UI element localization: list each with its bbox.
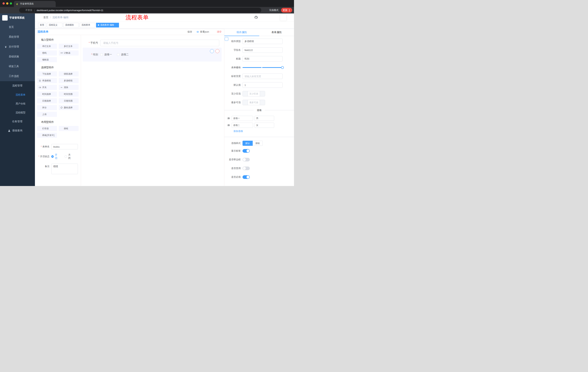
fullscreen-icon[interactable]: M4 9V4h5M15 4h5v5M20 15v5h-5M9 20H4v-5 (267, 16, 271, 19)
add-option-button[interactable]: M12 21a9 9 0 1 0 0-18 9 9 0 0 0 0 18zM12… (224, 130, 294, 133)
sidebar-item-home[interactable]: M3.5 11L12 3.5 20.5 11M6 9.5V20h12V9.5 首… (0, 22, 35, 32)
sidebar-item-leave-query[interactable]: 请假查询 (0, 126, 35, 135)
stepper-placeholder[interactable]: 至少应选 (248, 91, 260, 96)
remove-option-button[interactable]: M12 21a9 9 0 1 0 0-18 9 9 0 0 0 0 18zM8 … (277, 124, 280, 127)
remove-option-button[interactable]: M12 21a9 9 0 1 0 0-18 9 9 0 0 0 0 18zM8 … (277, 117, 280, 120)
checkbox-option-2[interactable]: 选项二 (117, 53, 129, 56)
status-radio-off[interactable]: 关闭 (64, 153, 73, 160)
sidebar-item-workflow[interactable]: M4 3.5h6.5V10H4zM13.5 14h6.5v6.5h-6.5zM7… (0, 71, 35, 81)
reload-button[interactable]: M19.5 12A7.5 7.5 0 1 1 17 6.5M19.8 3.5v4… (12, 8, 17, 13)
view-json-button[interactable]: 查看json (197, 30, 209, 33)
field-name-input[interactable] (242, 47, 283, 53)
sidebar-item-process-model[interactable]: M21 3.5L3.5 10.5l6.8 2.7 2.7 6.8zM10.3 1… (0, 108, 35, 117)
sidebar-item-process-management[interactable]: M4 6h1.2M4 12h1.2M4 18h1.2M9 6h11M9 12h1… (0, 81, 35, 90)
decrease-button[interactable]: M6 12h12 (243, 100, 248, 105)
close-icon[interactable]: M6 6l12 12M18 6L6 18 (115, 24, 117, 26)
window-close-button[interactable] (2, 2, 5, 5)
chip-upload[interactable]: M4 17.5V20h16v-2.5M12 15.5V5.2M7.5 9.5L1… (37, 112, 57, 117)
sidebar-item-infrastructure[interactable]: M3 4.5h18V16H3zM9 20h6M12 16v4 基础设施 M6.5… (0, 52, 35, 62)
option-label-input[interactable] (231, 123, 253, 128)
option-label-input[interactable] (231, 116, 253, 121)
back-button[interactable]: M19 12H5.5M11.5 5.5L5 12l6.5 6.5 (2, 8, 7, 13)
chip-color[interactable]: 颜色选择 (59, 105, 79, 110)
default-value-input[interactable] (242, 82, 283, 88)
browser-tab[interactable]: 芋道管理系统 M6 6l12 12M18 6L6 18 (14, 1, 56, 7)
chip-radio-group[interactable]: 单选框组 (37, 78, 57, 83)
phone-input[interactable] (100, 40, 219, 46)
tab-process-form-edit[interactable]: 流程表单-编辑 M6 6l12 12M18 6L6 18 (96, 23, 119, 28)
option-drag-handle-icon[interactable] (227, 124, 230, 127)
chip-editor[interactable]: M4 20.5h16M4.5 16.5L15.5 5.5l3 3L7.5 19.… (37, 57, 57, 62)
sidebar-item-task-management[interactable]: M9 3.5h6V8H9zM3 16h6v4.5H3zM15 16h6v4.5h… (0, 117, 35, 126)
password-key-icon[interactable]: M7.5 15.8a3.8 3.8 0 1 1 0-7.6 3.8 3.8 0 … (250, 9, 253, 12)
sidebar-item-user-group[interactable]: M9 10.5a3 3 0 1 0 0-6 3 3 0 0 0 0 6zM3.5… (0, 99, 35, 108)
sidebar-item-system[interactable]: M12 15.5a3.5 3.5 0 1 0 0-7 3.5 3.5 0 0 0… (0, 32, 35, 42)
option-style-button-button[interactable]: 按钮 (253, 141, 263, 146)
address-bar[interactable]: M12 3.5L22 20.2H2zM12 9.5v4.5M12 17.2h.0… (19, 8, 261, 13)
save-button[interactable]: M4.5 12.5l5 5 10-11 保存 (184, 30, 192, 33)
close-icon[interactable]: M6 6l12 12M18 6L6 18 (91, 24, 93, 26)
copy-component-button[interactable]: M8.5 8.5H20V20H8.5zM5 15.5V4h11.5 (210, 49, 214, 53)
window-zoom-button[interactable] (10, 2, 12, 5)
chip-input-text[interactable]: M3 8h18v8H3zM6.8 10.5v3单行文本 (37, 44, 57, 49)
avatar[interactable]: M3 4.5h18v15H3zM8.5 10.5a1.6 1.6 0 1 0 0… (280, 14, 287, 21)
chip-password[interactable]: M6 10.8h12V20H6zM8.5 10.8V8a3.5 3.5 0 0 … (37, 50, 57, 55)
close-icon[interactable]: M6 6l12 12M18 6L6 18 (59, 24, 61, 26)
option-style-default-button[interactable]: 默认 (242, 141, 253, 146)
update-button[interactable]: 更新 ⋮ (281, 8, 292, 12)
chip-row-container[interactable]: M3 5h18v14H3zM12 5v14行容器 (37, 126, 57, 131)
chip-time[interactable]: M12 21a9 9 0 1 0 0-18 9 9 0 0 0 0 18zM12… (37, 92, 57, 97)
grid-slider[interactable] (242, 65, 283, 70)
chip-textarea[interactable]: M3 5.5h18v13H3zM6.5 10h11M6.5 14h7多行文本 (59, 44, 79, 49)
avatar-caret-icon[interactable]: M6.5 9.5L12 15l5.5-5.5 (290, 16, 292, 19)
github-icon[interactable] (254, 16, 258, 19)
label-width-input[interactable] (242, 74, 283, 79)
chip-date-range[interactable]: M3.5 5.5h17v15h-17zM3.5 9.8h17M8 3.2v4M1… (59, 98, 79, 103)
decrease-button[interactable]: M6 12h12 (243, 91, 248, 96)
tab-process-definition[interactable]: 流程定义 M6 6l12 12M18 6L6 18 (47, 23, 63, 28)
show-label-switch[interactable] (242, 149, 250, 153)
sidebar-item-process-form[interactable]: M6 3h8l4 4.2V21H6zM14 3v4.5h4M9.5 12.5h5… (0, 90, 35, 99)
url-text[interactable]: dashboard.yudao.iocoder.cn/bpm/manager/f… (37, 9, 247, 12)
form-name-input[interactable] (51, 144, 78, 149)
chip-date[interactable]: M3.5 5.5h17v15h-17zM3.5 9.8h17M8 3.2v4M1… (37, 98, 57, 103)
chip-select[interactable]: M12 21a9 9 0 1 0 0-18 9 9 0 0 0 0 18zM8.… (37, 71, 57, 76)
disabled-switch[interactable] (242, 167, 250, 170)
security-label[interactable]: 不安全 (25, 9, 32, 12)
slider-handle[interactable] (281, 66, 284, 69)
chip-table[interactable]: M3 4.5h18v15H3zM3 9.5h18M3 14.5h18M9 4.5… (37, 133, 57, 138)
chip-cascader[interactable]: M4 4h6.5v5H4zM13.5 15h6.5v5h-6.5zM7.2 9v… (59, 71, 79, 76)
font-size-icon[interactable]: M3.5 17.5L9 5l5.5 12.5M5.5 13.5h7M14.5 1… (273, 16, 277, 19)
stepper-placeholder[interactable]: 最多可选 (248, 100, 260, 105)
chip-checkbox-group[interactable]: M4 4h16v16H4zM8 12.6l3 3 5.3-6.6多选框组 (59, 78, 79, 83)
tab-home[interactable]: 首页 (38, 23, 46, 28)
delete-component-button[interactable]: M4 7h16M9.5 7V4.5h5V7M6.5 7l1 13h9l1-13M… (215, 49, 220, 53)
tab-process-model[interactable]: 流程模型 M6 6l12 12M18 6L6 18 (63, 23, 79, 28)
component-type-select[interactable]: 多选框组 M6.5 9.5L12 15l5.5-5.5 (242, 39, 283, 44)
sidebar-item-payment[interactable]: ¥ 支付管理 M6.5 9.5L12 15l5.5-5.5 (0, 42, 35, 52)
kebab-menu-icon[interactable]: ⋮ (288, 9, 291, 11)
breadcrumb-home[interactable]: 首页 (43, 16, 48, 19)
chip-rate[interactable]: M12 4l2.5 5 5.5.8-4 3.9.9 5.5-4.9-2.6-4.… (37, 105, 57, 110)
new-tab-button[interactable]: M12 5.5v13M5.5 12h13 (58, 2, 61, 5)
chip-button[interactable]: M5.5 3.5l6.3 16.2 2.1-6.8 6.9-2z按钮 (59, 126, 79, 131)
link-button[interactable]: M9.5 13.5a4 4 0 0 0 5.6 0l3.4-3.4a4 4 0 … (225, 37, 228, 41)
increase-button[interactable]: M12 5.5v13M5.5 12h13 (260, 91, 265, 96)
chip-time-range[interactable]: M12 21a9 9 0 1 0 0-18 9 9 0 0 0 0 18zM12… (59, 92, 79, 97)
chip-slider[interactable]: 滑块 (59, 85, 79, 90)
help-icon[interactable]: M12 21a9 9 0 1 0 0-18 9 9 0 0 0 0 18zM9.… (261, 16, 264, 19)
chip-switch[interactable]: 开关 (37, 85, 57, 90)
sidebar-item-devtools[interactable]: M3.5 8.5h17V20h-17zM9 8.5V4.5h6v4M3.5 13… (0, 62, 35, 71)
tab-component-props[interactable]: 组件属性 (224, 29, 259, 36)
border-switch[interactable] (242, 158, 250, 161)
option-value-input[interactable] (254, 116, 274, 121)
option-drag-handle-icon[interactable] (227, 117, 230, 120)
collapse-menu-button[interactable]: M4 5.5h16M4 12h16M4 18.5h16 (35, 13, 42, 21)
clear-button[interactable]: M4 7h16M9.5 7V4.5h5V7M6.5 7l1 13h9l1-13M… (213, 30, 221, 33)
tab-process-form[interactable]: 流程表单 M6 6l12 12M18 6L6 18 (80, 23, 95, 28)
form-remark-textarea[interactable]: 嘿嘿 (51, 164, 78, 174)
option-value-input[interactable] (254, 123, 274, 128)
forward-button[interactable]: M5 12h13.5M12.5 5.5L19 12l-6.5 6.5 (7, 8, 12, 13)
status-radio-on[interactable]: 开启 (51, 153, 59, 160)
required-switch[interactable] (242, 175, 250, 179)
